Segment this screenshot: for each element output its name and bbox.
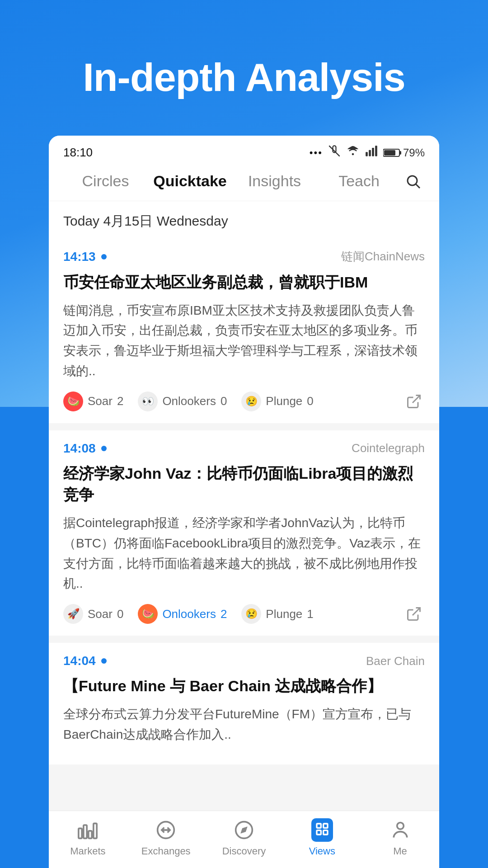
me-label: Me [393,845,407,857]
news-time: 14:08 [63,441,107,456]
onlookers-button[interactable]: 🍉 Onlookers 2 [138,604,227,624]
tab-teach[interactable]: Teach [317,169,401,193]
news-meta: 14:13 链闻ChainNews [63,249,425,264]
date-header: Today 4月15日 Wednesday [49,201,439,238]
plunge-icon: 😢 [241,392,261,411]
soar-icon: 🍉 [63,392,83,411]
soar-label: Soar [88,607,113,621]
svg-rect-22 [317,830,321,835]
news-meta: 14:08 Cointelegraph [63,441,425,456]
news-source: Baer Chain [366,654,425,668]
bottom-nav: Markets Exchanges Discovery [49,811,439,868]
svg-line-0 [329,146,339,156]
status-right: ••• [310,145,425,160]
soar-label: Soar [88,394,113,408]
svg-rect-24 [323,830,327,835]
nav-item-exchanges[interactable]: Exchanges [127,818,205,857]
status-dots: ••• [310,147,323,159]
news-item: 14:04 Baer Chain 【Future Mine 与 Baer Cha… [49,643,439,764]
onlookers-count: 0 [221,394,227,408]
news-time: 14:04 [63,654,107,668]
plunge-button[interactable]: 😢 Plunge 0 [241,392,313,411]
hero-title: In-depth Analysis [0,54,488,100]
svg-line-12 [413,608,420,616]
time-dot [101,658,107,664]
svg-rect-16 [94,823,97,838]
svg-rect-13 [79,828,82,838]
svg-rect-2 [366,152,368,156]
time-dot [101,254,107,259]
soar-button[interactable]: 🚀 Soar 0 [63,604,123,624]
svg-rect-21 [317,824,321,828]
discovery-label: Discovery [222,845,266,857]
svg-line-11 [413,395,420,403]
tab-insights[interactable]: Insights [232,169,317,193]
news-meta: 14:04 Baer Chain [63,654,425,668]
news-item: 14:13 链闻ChainNews 币安任命亚太地区业务副总裁，曾就职于IBM … [49,238,439,423]
phone-card: 18:10 ••• [49,136,439,868]
svg-point-9 [408,176,417,185]
plunge-icon: 😢 [241,604,261,624]
plunge-label: Plunge [266,394,302,408]
svg-rect-14 [84,825,87,838]
svg-point-25 [397,823,404,830]
svg-rect-5 [375,146,377,156]
search-button[interactable] [401,170,425,193]
soar-button[interactable]: 🍉 Soar 2 [63,392,123,411]
status-bar: 18:10 ••• [49,136,439,165]
onlookers-button[interactable]: 👀 Onlookers 0 [138,392,227,411]
nav-item-discovery[interactable]: Discovery [205,818,283,857]
onlookers-count: 2 [221,607,227,621]
svg-rect-8 [384,150,395,156]
svg-rect-4 [372,148,374,156]
svg-point-1 [352,153,354,156]
markets-icon [76,818,99,842]
onlookers-label: Onlookers [162,394,216,408]
plunge-count: 0 [307,394,313,408]
battery-icon: 79% [383,146,425,159]
views-label: Views [309,845,335,857]
share-button[interactable] [403,391,425,412]
svg-point-20 [243,829,245,831]
time-dot [101,446,107,451]
news-time: 14:13 [63,250,107,264]
nav-tabs: Circles Quicktake Insights Teach [49,165,439,201]
signal-icon [365,145,378,160]
news-item: 14:08 Cointelegraph 经济学家John Vaz：比特币仍面临L… [49,430,439,636]
news-title: 经济学家John Vaz：比特币仍面临Libra项目的激烈竞争 [63,463,425,506]
mute-icon [328,145,341,160]
news-summary: 链闻消息，币安宣布原IBM亚太区技术支持及救援团队负责人鲁迈加入币安，出任副总裁… [63,301,425,382]
plunge-count: 1 [307,607,313,621]
wifi-icon [346,145,360,160]
news-summary: 全球分布式云算力分发平台FutureMine（FM）宣方宣布，已与BaerCha… [63,704,425,745]
plunge-button[interactable]: 😢 Plunge 1 [241,604,313,624]
onlookers-icon: 🍉 [138,604,158,624]
svg-rect-15 [89,831,92,839]
nav-item-me[interactable]: Me [361,818,439,857]
nav-item-markets[interactable]: Markets [49,818,127,857]
plunge-label: Plunge [266,607,302,621]
news-title: 【Future Mine 与 Baer Chain 达成战略合作】 [63,675,425,697]
markets-label: Markets [70,845,105,857]
svg-rect-7 [399,151,401,155]
svg-rect-3 [369,150,371,156]
soar-count: 2 [117,394,123,408]
news-source: Cointelegraph [352,441,425,455]
discovery-icon [232,818,256,842]
news-actions: 🚀 Soar 0 🍉 Onlookers 2 😢 Plunge 1 [63,603,425,625]
share-button[interactable] [403,603,425,625]
me-icon [389,818,412,842]
news-actions: 🍉 Soar 2 👀 Onlookers 0 😢 Plunge 0 [63,391,425,412]
status-time: 18:10 [63,146,93,160]
svg-line-10 [416,184,420,188]
nav-item-views[interactable]: Views [283,818,361,857]
exchanges-label: Exchanges [141,845,191,857]
soar-icon: 🚀 [63,604,83,624]
tab-circles[interactable]: Circles [63,169,148,193]
tab-quicktake[interactable]: Quicktake [148,169,232,193]
svg-rect-23 [323,824,327,828]
exchanges-icon [154,818,178,842]
soar-count: 0 [117,607,123,621]
onlookers-label: Onlookers [162,607,216,621]
views-icon [310,818,334,842]
